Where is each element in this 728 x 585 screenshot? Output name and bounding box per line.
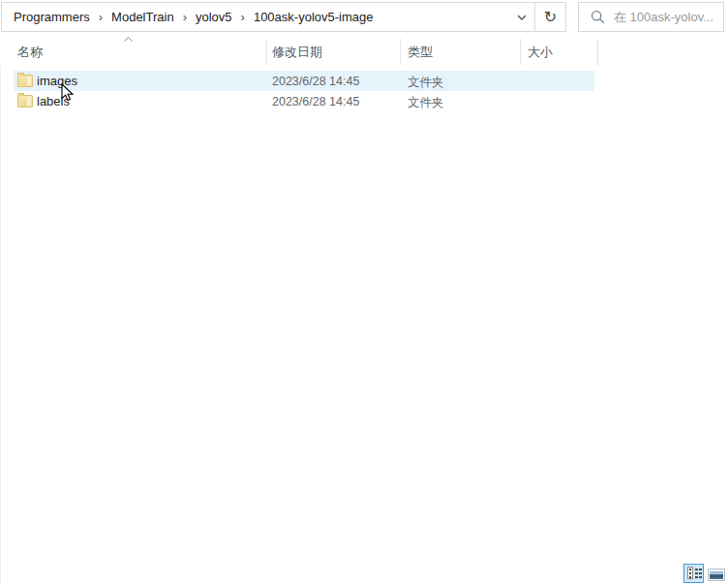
column-resize-handle[interactable] (520, 39, 521, 65)
breadcrumb-separator-icon: › (241, 11, 245, 23)
search-placeholder: 在 100ask-yolov... (614, 9, 713, 26)
refresh-icon: ↻ (544, 8, 557, 26)
search-input[interactable]: 在 100ask-yolov... (578, 2, 724, 32)
column-header-name[interactable]: 名称 (17, 44, 43, 61)
search-icon (591, 10, 605, 24)
file-date-modified: 2023/6/28 14:45 (272, 75, 359, 88)
folder-icon (17, 95, 33, 108)
file-name: images (37, 74, 77, 88)
column-header-row: 名称 修改日期 类型 大小 (0, 35, 728, 66)
file-row-images[interactable]: images 2023/6/28 14:45 文件夹 (14, 71, 594, 91)
file-date-modified: 2023/6/28 14:45 (272, 95, 359, 108)
breadcrumb-separator-icon: › (99, 11, 103, 23)
breadcrumb: Programmers › ModelTrain › yolov5 › 100a… (2, 3, 508, 31)
breadcrumb-item-programmers[interactable]: Programmers (11, 10, 93, 24)
column-header-date-modified[interactable]: 修改日期 (272, 44, 322, 61)
column-resize-handle[interactable] (597, 39, 598, 65)
column-header-size[interactable]: 大小 (528, 44, 553, 61)
column-resize-handle[interactable] (400, 39, 401, 65)
file-name: labels (37, 94, 70, 108)
file-row-labels[interactable]: labels 2023/6/28 14:45 文件夹 (14, 91, 594, 111)
breadcrumb-item-100ask-yolov5-image[interactable]: 100ask-yolov5-image (251, 10, 377, 24)
file-type: 文件夹 (408, 75, 444, 91)
column-resize-handle[interactable] (266, 39, 267, 65)
address-bar[interactable]: Programmers › ModelTrain › yolov5 › 100a… (1, 2, 566, 32)
breadcrumb-item-modeltrain[interactable]: ModelTrain (108, 10, 177, 24)
file-explorer-window: Programmers › ModelTrain › yolov5 › 100a… (0, 0, 728, 585)
folder-icon (17, 75, 33, 87)
window-left-edge (0, 35, 1, 585)
breadcrumb-separator-icon: › (183, 11, 187, 23)
chevron-down-icon (517, 15, 527, 20)
address-dropdown-button[interactable] (508, 3, 534, 31)
refresh-button[interactable]: ↻ (535, 3, 565, 31)
sort-ascending-icon (124, 37, 133, 42)
breadcrumb-item-yolov5[interactable]: yolov5 (193, 10, 235, 24)
details-view-button[interactable] (683, 564, 704, 583)
file-type: 文件夹 (408, 95, 444, 111)
column-header-type[interactable]: 类型 (408, 44, 433, 61)
thumbnail-view-button[interactable] (708, 569, 725, 581)
